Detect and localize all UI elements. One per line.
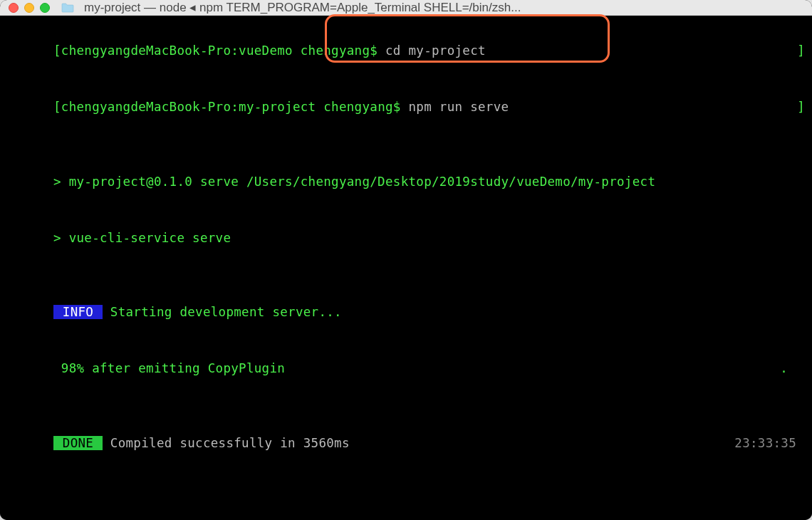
run-text: my-project@0.1.0 serve /Users/chengyang/… (69, 175, 656, 189)
info-line: INFO Starting development server... (7, 284, 805, 340)
window-titlebar[interactable]: my-project — node ◂ npm TERM_PROGRAM=App… (0, 0, 812, 16)
info-badge: INFO (53, 305, 103, 319)
prompt-line-1: [chengyangdeMacBook-Pro:vueDemo chengyan… (7, 23, 805, 79)
done-badge: DONE (53, 436, 103, 450)
traffic-lights (9, 3, 50, 13)
prompt-line-2: [chengyangdeMacBook-Pro:my-project cheng… (7, 79, 805, 135)
folder-icon (61, 3, 74, 13)
bracket-open: [ (53, 100, 61, 114)
bracket-open: [ (53, 43, 61, 58)
done-text: Compiled successfully in 3560ms (103, 436, 350, 450)
terminal-window: my-project — node ◂ npm TERM_PROGRAM=App… (0, 0, 812, 520)
blank-line (7, 266, 805, 284)
command-text: npm run serve (401, 100, 509, 114)
close-window-button[interactable] (9, 3, 19, 13)
bracket-close: ] (797, 41, 805, 60)
npm-output-line: > vue-cli-service serve (7, 209, 805, 266)
terminal-output[interactable]: [chengyangdeMacBook-Pro:vueDemo chengyan… (0, 16, 812, 520)
timestamp: 23:33:35 (734, 434, 796, 452)
blank-line (7, 471, 805, 489)
app-running-header: App running at: (7, 508, 805, 520)
gt-prefix: > (53, 175, 69, 189)
blank-line (7, 135, 805, 154)
progress-line: 98% after emitting CopyPlugin. (7, 340, 805, 397)
done-line: DONE Compiled successfully in 3560ms23:3… (7, 415, 805, 472)
run-text: vue-cli-service serve (69, 231, 231, 245)
maximize-window-button[interactable] (40, 3, 50, 13)
minimize-window-button[interactable] (24, 3, 34, 13)
bracket-close: ] (797, 98, 805, 116)
blank-line (7, 489, 805, 508)
npm-output-line: > my-project@0.1.0 serve /Users/chengyan… (7, 154, 805, 210)
progress-dot: . (780, 359, 788, 378)
info-text: Starting development server... (103, 305, 342, 319)
command-text: cd my-project (378, 43, 486, 58)
prompt-host: chengyangdeMacBook-Pro:my-project chengy… (61, 100, 401, 114)
progress-text: 98% after emitting CopyPlugin (53, 361, 285, 375)
prompt-host: chengyangdeMacBook-Pro:vueDemo chengyang… (61, 43, 378, 58)
blank-line (7, 397, 805, 415)
gt-prefix: > (53, 231, 69, 245)
window-title: my-project — node ◂ npm TERM_PROGRAM=App… (84, 0, 803, 15)
